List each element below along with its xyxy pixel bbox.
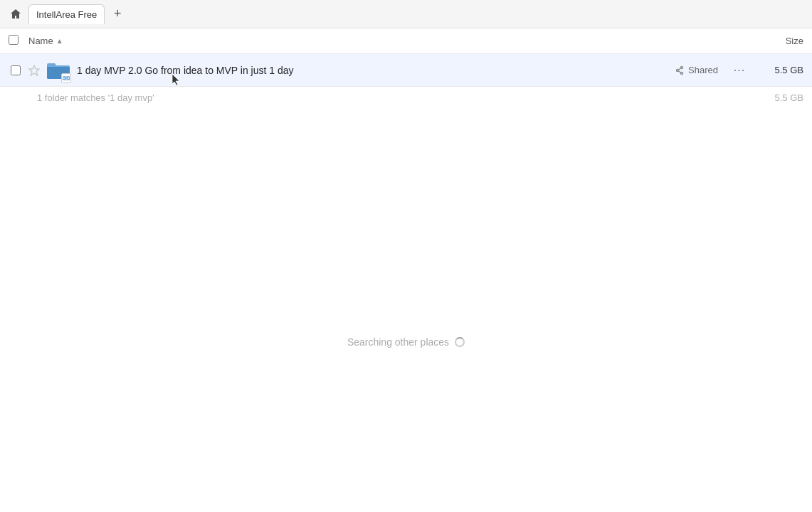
more-icon: ···: [734, 64, 745, 77]
top-bar: IntellArea Free +: [0, 0, 812, 28]
folder-icon: [46, 58, 71, 83]
name-label: Name: [28, 36, 53, 46]
loading-spinner: [455, 337, 465, 347]
svg-line-5: [678, 70, 680, 73]
current-tab[interactable]: IntellArea Free: [28, 4, 105, 24]
tab-label: IntellArea Free: [36, 9, 97, 20]
home-button[interactable]: [6, 4, 26, 24]
matches-size: 5.5 GB: [775, 92, 803, 103]
searching-text: Searching other places: [347, 336, 449, 348]
size-label: Size: [786, 36, 803, 46]
select-all-checkbox[interactable]: [9, 35, 23, 47]
sort-icon: ▲: [56, 37, 63, 45]
searching-row: Searching other places: [0, 336, 812, 348]
new-tab-button[interactable]: +: [107, 4, 127, 24]
file-row[interactable]: 1 day MVP 2.0 Go from idea to MVP in jus…: [0, 54, 812, 87]
more-options-button[interactable]: ···: [729, 60, 749, 80]
matches-text: 1 folder matches '1 day mvp': [37, 92, 154, 103]
svg-line-4: [678, 68, 680, 70]
column-header: Name ▲ Size: [0, 28, 812, 54]
shared-label: Shared: [688, 65, 718, 75]
matches-row: 1 folder matches '1 day mvp' 5.5 GB: [0, 87, 812, 109]
shared-badge[interactable]: Shared: [675, 65, 718, 75]
row-checkbox[interactable]: [9, 65, 23, 75]
name-column-header[interactable]: Name ▲: [28, 36, 747, 46]
file-size: 5.5 GB: [761, 65, 803, 75]
svg-marker-0: [29, 65, 39, 75]
file-name: 1 day MVP 2.0 Go from idea to MVP in jus…: [77, 65, 675, 76]
size-column-header[interactable]: Size: [747, 36, 803, 46]
new-tab-icon: +: [114, 6, 122, 21]
star-button[interactable]: [27, 63, 41, 78]
